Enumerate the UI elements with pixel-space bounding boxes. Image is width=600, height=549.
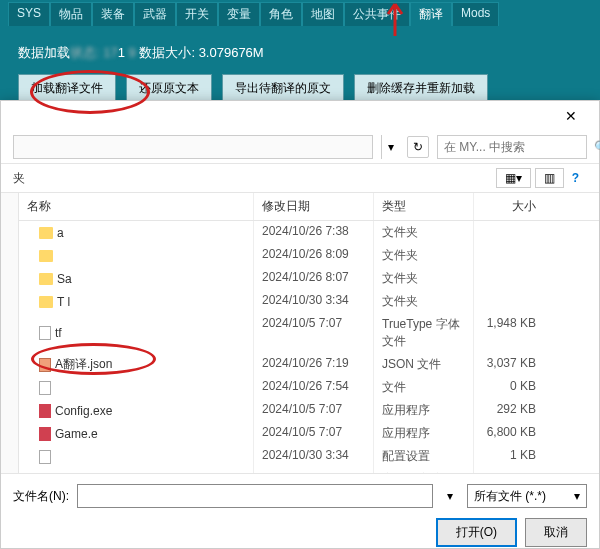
file-date: 2024/10/26 8:09 [254, 244, 374, 267]
file-row[interactable]: T l2024/10/30 3:34文件夹 [19, 290, 599, 313]
file-date: 2024/10/26 7:19 [254, 353, 374, 376]
folder-icon [39, 296, 53, 308]
status-blur: 状态: 17 [70, 45, 118, 60]
search-input[interactable] [444, 140, 594, 154]
file-row[interactable]: a2024/10/26 7:38文件夹 [19, 221, 599, 244]
help-button[interactable]: ? [564, 169, 587, 187]
export-untranslated-button[interactable]: 导出待翻译的原文 [222, 74, 344, 103]
file-size [474, 244, 544, 267]
status-data: 数据大小: 3.079676M [139, 45, 263, 60]
file-icon [39, 450, 51, 464]
header-type[interactable]: 类型 [374, 193, 474, 220]
file-row[interactable]: 2024/10/26 8:09文件夹 [19, 244, 599, 267]
file-row[interactable]: 2024/10/26 7:53应用程序扩展144 KB [19, 468, 599, 473]
tab-武器[interactable]: 武器 [134, 2, 176, 26]
tab-开关[interactable]: 开关 [176, 2, 218, 26]
file-icon [39, 326, 51, 340]
file-type: 应用程序扩展 [374, 468, 474, 473]
file-date: 2024/10/5 7:07 [254, 422, 374, 445]
json-icon [39, 358, 51, 372]
file-type: 配置设置 [374, 445, 474, 468]
exe-icon [39, 427, 51, 441]
dialog-button-row: 打开(O) 取消 [13, 518, 587, 547]
view-mode-button[interactable]: ▦▾ [496, 168, 531, 188]
file-type: 文件夹 [374, 267, 474, 290]
file-name: T l [57, 295, 70, 309]
path-blur [20, 139, 164, 156]
file-icon [39, 381, 51, 395]
file-name: a [57, 226, 64, 240]
file-type: 文件夹 [374, 244, 474, 267]
breadcrumb[interactable]: 夹 [13, 170, 25, 187]
file-pane: 名称 修改日期 类型 大小 a2024/10/26 7:38文件夹 2024/1… [1, 193, 599, 473]
preview-pane-button[interactable]: ▥ [535, 168, 564, 188]
tab-装备[interactable]: 装备 [92, 2, 134, 26]
path-input[interactable] [13, 135, 373, 159]
filetype-select[interactable]: 所有文件 (*.*) ▾ [467, 484, 587, 508]
file-row[interactable]: 2024/10/26 7:54文件0 KB [19, 376, 599, 399]
search-icon: 🔍 [594, 140, 600, 154]
filename-input[interactable] [77, 484, 433, 508]
toolbar-row: 夹 ▦▾ ▥ ? [1, 164, 599, 193]
tab-Mods[interactable]: Mods [452, 2, 499, 26]
file-type: TrueType 字体文件 [374, 313, 474, 353]
file-size: 292 KB [474, 399, 544, 422]
file-date: 2024/10/26 7:53 [254, 468, 374, 473]
filename-dropdown[interactable]: ▾ [441, 489, 459, 503]
file-name: Sa [57, 272, 72, 286]
header-date[interactable]: 修改日期 [254, 193, 374, 220]
status-mid: 1 [118, 45, 125, 60]
clear-cache-button[interactable]: 删除缓存并重新加载 [354, 74, 488, 103]
file-size: 3,037 KB [474, 353, 544, 376]
file-list-header: 名称 修改日期 类型 大小 [19, 193, 599, 221]
file-list: 名称 修改日期 类型 大小 a2024/10/26 7:38文件夹 2024/1… [19, 193, 599, 473]
status-blur2: 9 [129, 45, 136, 60]
tab-变量[interactable]: 变量 [218, 2, 260, 26]
file-date: 2024/10/30 3:34 [254, 445, 374, 468]
tab-角色[interactable]: 角色 [260, 2, 302, 26]
file-type: 应用程序 [374, 422, 474, 445]
exe-icon [39, 404, 51, 418]
header-name[interactable]: 名称 [19, 193, 254, 220]
tab-物品[interactable]: 物品 [50, 2, 92, 26]
folder-icon [39, 273, 53, 285]
load-translation-button[interactable]: 加载翻译文件 [18, 74, 116, 103]
file-date: 2024/10/5 7:07 [254, 313, 374, 353]
file-size [474, 221, 544, 244]
path-dropdown[interactable]: ▾ [381, 135, 399, 159]
open-button[interactable]: 打开(O) [436, 518, 517, 547]
search-input-wrap: 🔍 [437, 135, 587, 159]
tab-SYS[interactable]: SYS [8, 2, 50, 26]
file-name: A翻译.json [55, 356, 112, 373]
nav-sidebar[interactable] [1, 193, 19, 473]
file-row[interactable]: Config.exe2024/10/5 7:07应用程序292 KB [19, 399, 599, 422]
file-type: 应用程序 [374, 399, 474, 422]
file-size: 1,948 KB [474, 313, 544, 353]
file-size: 6,800 KB [474, 422, 544, 445]
file-size: 0 KB [474, 376, 544, 399]
file-row[interactable]: tf2024/10/5 7:07TrueType 字体文件1,948 KB [19, 313, 599, 353]
file-icon [39, 473, 51, 474]
tab-翻译[interactable]: 翻译 [410, 2, 452, 26]
header-size[interactable]: 大小 [474, 193, 544, 220]
file-date: 2024/10/30 3:34 [254, 290, 374, 313]
filename-row: 文件名(N): ▾ 所有文件 (*.*) ▾ [13, 484, 587, 508]
file-date: 2024/10/26 7:54 [254, 376, 374, 399]
tab-公共事件[interactable]: 公共事件 [344, 2, 410, 26]
tab-地图[interactable]: 地图 [302, 2, 344, 26]
file-row[interactable]: Sa2024/10/26 8:07文件夹 [19, 267, 599, 290]
restore-original-button[interactable]: 还原原文本 [126, 74, 212, 103]
refresh-button[interactable]: ↻ [407, 136, 429, 158]
close-button[interactable]: ✕ [551, 103, 591, 129]
file-type: JSON 文件 [374, 353, 474, 376]
file-open-dialog: ✕ ▾ ↻ 🔍 夹 ▦▾ ▥ ? 名称 修改日期 类型 大小 a2024/10/… [0, 100, 600, 549]
file-row[interactable]: A翻译.json2024/10/26 7:19JSON 文件3,037 KB [19, 353, 599, 376]
tab-bar: SYS物品装备武器开关变量角色地图公共事件翻译Mods [0, 0, 600, 26]
file-row[interactable]: 2024/10/30 3:34配置设置1 KB [19, 445, 599, 468]
filetype-label: 所有文件 (*.*) [474, 488, 546, 505]
file-size: 144 KB [474, 468, 544, 473]
cancel-button[interactable]: 取消 [525, 518, 587, 547]
file-row[interactable]: Game.e2024/10/5 7:07应用程序6,800 KB [19, 422, 599, 445]
file-type: 文件夹 [374, 290, 474, 313]
file-size [474, 267, 544, 290]
